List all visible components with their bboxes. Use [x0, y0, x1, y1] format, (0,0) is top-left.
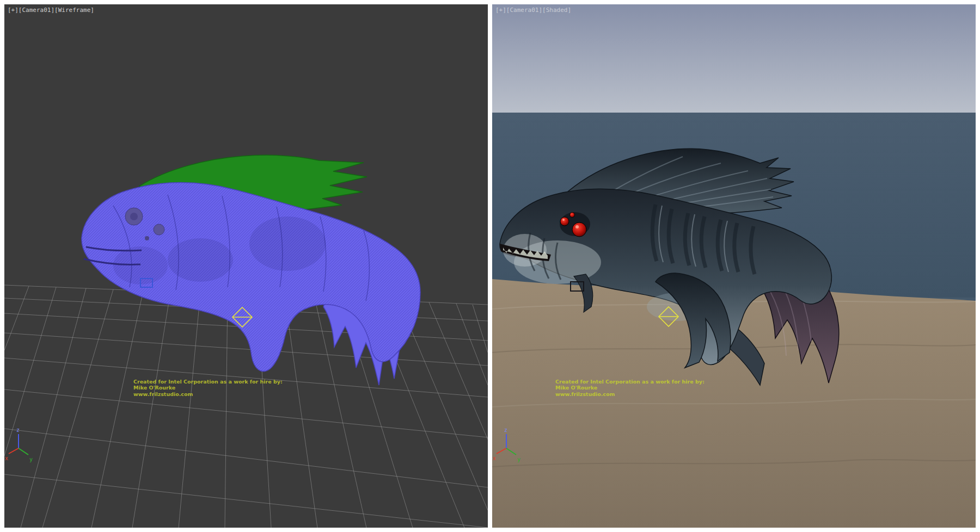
watermark-line1: Created for Intel Corporation as a work …: [133, 379, 283, 385]
viewport-label-wireframe[interactable]: [+][Camera01][Wireframe]: [8, 7, 94, 14]
axis-label-z: z: [504, 427, 507, 433]
shaded-scene: z x y: [492, 4, 976, 528]
axis-tripod: z x y: [5, 427, 33, 462]
fish-eye-small: [570, 213, 575, 218]
watermark-line1: Created for Intel Corporation as a work …: [555, 379, 705, 385]
wireframe-scene: z x y: [4, 4, 488, 528]
watermark-line3: www.frilzstudio.com: [133, 391, 283, 397]
axis-label-x: x: [493, 455, 496, 461]
fish-eye-small: [154, 224, 164, 235]
sky: [492, 4, 976, 113]
watermark-line3: www.frilzstudio.com: [555, 391, 705, 397]
axis-label-x: x: [5, 455, 8, 461]
viewport-watermark: Created for Intel Corporation as a work …: [555, 379, 705, 397]
viewport-label-shaded[interactable]: [+][Camera01][Shaded]: [495, 7, 571, 14]
axis-label-z: z: [16, 427, 20, 433]
fish-eye-mid: [560, 217, 569, 226]
viewport-shaded[interactable]: [+][Camera01][Shaded]: [492, 4, 976, 528]
axis-label-y: y: [517, 456, 520, 462]
watermark-line2: Mike O'Rourke: [555, 385, 705, 391]
viewport-wireframe[interactable]: [+][Camera01][Wireframe]: [4, 4, 488, 528]
axis-label-y: y: [29, 456, 33, 462]
fish-eye-main: [572, 222, 586, 237]
watermark-line2: Mike O'Rourke: [133, 385, 283, 391]
viewport-watermark: Created for Intel Corporation as a work …: [133, 379, 283, 397]
